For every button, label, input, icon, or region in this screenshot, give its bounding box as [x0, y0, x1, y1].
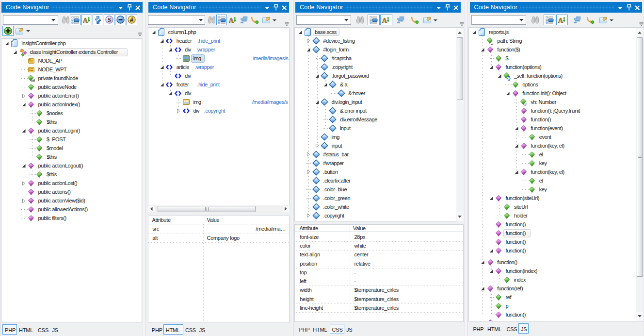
- svg-text:A: A: [229, 16, 234, 24]
- svg-text:A: A: [83, 16, 88, 24]
- svg-text:A: A: [558, 16, 564, 24]
- svg-text:#: #: [130, 17, 133, 23]
- svg-text:A: A: [382, 16, 387, 24]
- svg-text:„: „: [491, 41, 493, 45]
- svg-text:#: #: [524, 102, 527, 107]
- svg-text:S: S: [108, 17, 111, 23]
- svg-text:{}: {}: [507, 76, 511, 81]
